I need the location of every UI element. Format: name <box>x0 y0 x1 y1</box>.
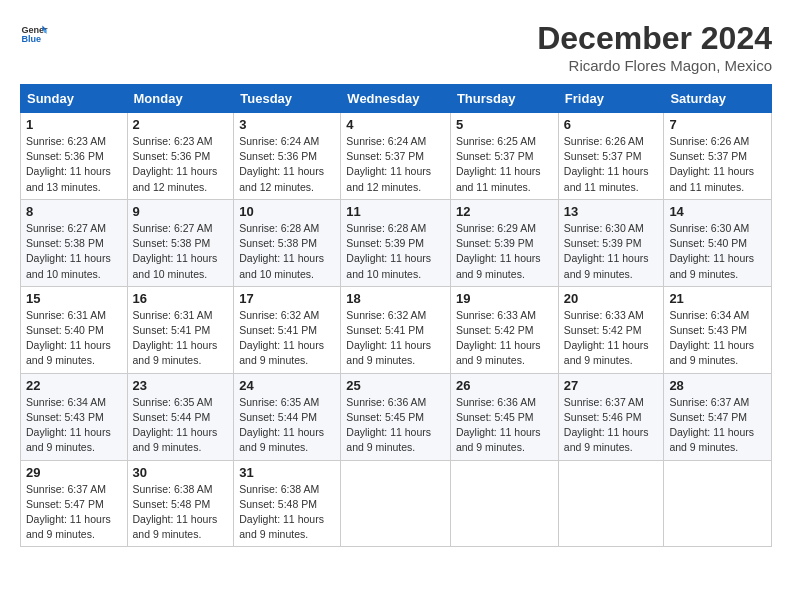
table-row: 8Sunrise: 6:27 AMSunset: 5:38 PMDaylight… <box>21 199 128 286</box>
table-row: 13Sunrise: 6:30 AMSunset: 5:39 PMDayligh… <box>558 199 664 286</box>
calendar-week-row: 1Sunrise: 6:23 AMSunset: 5:36 PMDaylight… <box>21 113 772 200</box>
table-row: 28Sunrise: 6:37 AMSunset: 5:47 PMDayligh… <box>664 373 772 460</box>
table-row <box>558 460 664 547</box>
table-row: 1Sunrise: 6:23 AMSunset: 5:36 PMDaylight… <box>21 113 128 200</box>
col-thursday: Thursday <box>450 85 558 113</box>
table-row: 22Sunrise: 6:34 AMSunset: 5:43 PMDayligh… <box>21 373 128 460</box>
table-row: 11Sunrise: 6:28 AMSunset: 5:39 PMDayligh… <box>341 199 451 286</box>
table-row <box>450 460 558 547</box>
page-header: General Blue December 2024 Ricardo Flore… <box>20 20 772 74</box>
col-monday: Monday <box>127 85 234 113</box>
table-row: 24Sunrise: 6:35 AMSunset: 5:44 PMDayligh… <box>234 373 341 460</box>
table-row: 30Sunrise: 6:38 AMSunset: 5:48 PMDayligh… <box>127 460 234 547</box>
calendar-week-row: 15Sunrise: 6:31 AMSunset: 5:40 PMDayligh… <box>21 286 772 373</box>
logo-icon: General Blue <box>20 20 48 48</box>
table-row: 31Sunrise: 6:38 AMSunset: 5:48 PMDayligh… <box>234 460 341 547</box>
page-title: December 2024 <box>537 20 772 57</box>
table-row: 6Sunrise: 6:26 AMSunset: 5:37 PMDaylight… <box>558 113 664 200</box>
calendar-week-row: 8Sunrise: 6:27 AMSunset: 5:38 PMDaylight… <box>21 199 772 286</box>
calendar-table: Sunday Monday Tuesday Wednesday Thursday… <box>20 84 772 547</box>
col-tuesday: Tuesday <box>234 85 341 113</box>
table-row: 17Sunrise: 6:32 AMSunset: 5:41 PMDayligh… <box>234 286 341 373</box>
col-wednesday: Wednesday <box>341 85 451 113</box>
logo: General Blue <box>20 20 48 48</box>
col-friday: Friday <box>558 85 664 113</box>
table-row: 26Sunrise: 6:36 AMSunset: 5:45 PMDayligh… <box>450 373 558 460</box>
table-row: 4Sunrise: 6:24 AMSunset: 5:37 PMDaylight… <box>341 113 451 200</box>
table-row: 23Sunrise: 6:35 AMSunset: 5:44 PMDayligh… <box>127 373 234 460</box>
calendar-week-row: 22Sunrise: 6:34 AMSunset: 5:43 PMDayligh… <box>21 373 772 460</box>
table-row: 7Sunrise: 6:26 AMSunset: 5:37 PMDaylight… <box>664 113 772 200</box>
table-row: 2Sunrise: 6:23 AMSunset: 5:36 PMDaylight… <box>127 113 234 200</box>
table-row: 18Sunrise: 6:32 AMSunset: 5:41 PMDayligh… <box>341 286 451 373</box>
page-subtitle: Ricardo Flores Magon, Mexico <box>537 57 772 74</box>
table-row: 12Sunrise: 6:29 AMSunset: 5:39 PMDayligh… <box>450 199 558 286</box>
table-row: 20Sunrise: 6:33 AMSunset: 5:42 PMDayligh… <box>558 286 664 373</box>
calendar-week-row: 29Sunrise: 6:37 AMSunset: 5:47 PMDayligh… <box>21 460 772 547</box>
table-row: 14Sunrise: 6:30 AMSunset: 5:40 PMDayligh… <box>664 199 772 286</box>
table-row: 5Sunrise: 6:25 AMSunset: 5:37 PMDaylight… <box>450 113 558 200</box>
table-row: 21Sunrise: 6:34 AMSunset: 5:43 PMDayligh… <box>664 286 772 373</box>
calendar-header-row: Sunday Monday Tuesday Wednesday Thursday… <box>21 85 772 113</box>
svg-text:Blue: Blue <box>21 34 41 44</box>
table-row: 29Sunrise: 6:37 AMSunset: 5:47 PMDayligh… <box>21 460 128 547</box>
table-row: 10Sunrise: 6:28 AMSunset: 5:38 PMDayligh… <box>234 199 341 286</box>
table-row: 25Sunrise: 6:36 AMSunset: 5:45 PMDayligh… <box>341 373 451 460</box>
table-row <box>341 460 451 547</box>
title-area: December 2024 Ricardo Flores Magon, Mexi… <box>537 20 772 74</box>
table-row: 3Sunrise: 6:24 AMSunset: 5:36 PMDaylight… <box>234 113 341 200</box>
table-row: 27Sunrise: 6:37 AMSunset: 5:46 PMDayligh… <box>558 373 664 460</box>
table-row: 9Sunrise: 6:27 AMSunset: 5:38 PMDaylight… <box>127 199 234 286</box>
table-row: 19Sunrise: 6:33 AMSunset: 5:42 PMDayligh… <box>450 286 558 373</box>
col-sunday: Sunday <box>21 85 128 113</box>
table-row <box>664 460 772 547</box>
table-row: 16Sunrise: 6:31 AMSunset: 5:41 PMDayligh… <box>127 286 234 373</box>
table-row: 15Sunrise: 6:31 AMSunset: 5:40 PMDayligh… <box>21 286 128 373</box>
col-saturday: Saturday <box>664 85 772 113</box>
